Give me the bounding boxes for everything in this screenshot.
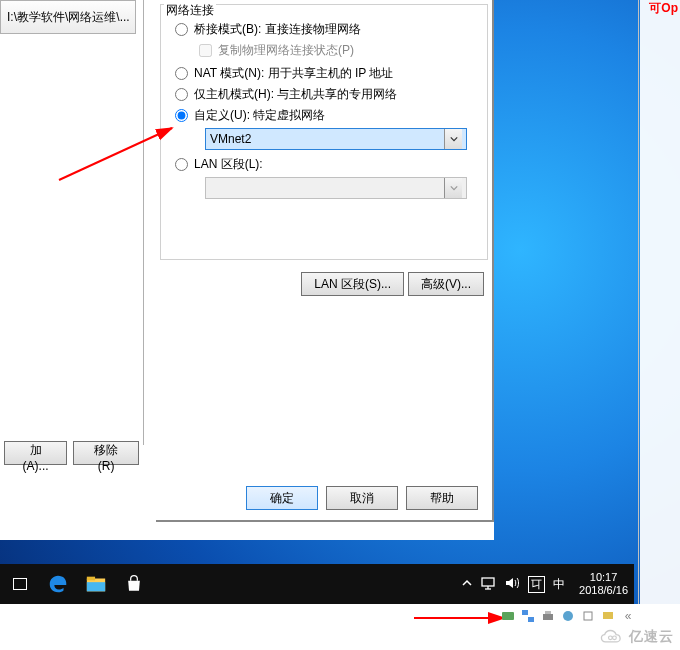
- radio-custom-label: 自定义(U): 特定虚拟网络: [194, 107, 325, 124]
- radio-bridge-input[interactable]: [175, 23, 188, 36]
- vm-disk-icon[interactable]: [500, 608, 516, 624]
- svg-point-13: [563, 611, 573, 621]
- ok-button[interactable]: 确定: [246, 486, 318, 510]
- radio-bridge-label: 桥接模式(B): 直接连接物理网络: [194, 21, 361, 38]
- radio-hostonly-label: 仅主机模式(H): 与主机共享的专用网络: [194, 86, 397, 103]
- svg-point-17: [613, 636, 617, 640]
- chevron-down-icon: [444, 178, 462, 198]
- network-tray-icon[interactable]: [480, 576, 496, 592]
- vm-tray-icons: «: [500, 608, 636, 624]
- svg-rect-9: [522, 610, 528, 615]
- watermark: 亿速云: [593, 624, 680, 650]
- help-button[interactable]: 帮助: [406, 486, 478, 510]
- svg-point-16: [609, 636, 613, 640]
- checkbox-replicate: 复制物理网络连接状态(P): [199, 42, 479, 59]
- network-connection-group: 网络连接 桥接模式(B): 直接连接物理网络 复制物理网络连接状态(P) NAT…: [160, 4, 488, 260]
- watermark-text: 亿速云: [629, 628, 674, 646]
- radio-hostonly-input[interactable]: [175, 88, 188, 101]
- checkbox-replicate-label: 复制物理网络连接状态(P): [218, 42, 354, 59]
- edge-browser-icon[interactable]: [44, 570, 72, 598]
- radio-custom[interactable]: 自定义(U): 特定虚拟网络: [175, 107, 479, 124]
- ime-indicator[interactable]: 㔿: [528, 576, 545, 593]
- remove-button[interactable]: 移除(R): [73, 441, 139, 465]
- clock-time: 10:17: [590, 571, 618, 584]
- vm-display-icon[interactable]: [600, 608, 616, 624]
- radio-hostonly[interactable]: 仅主机模式(H): 与主机共享的专用网络: [175, 86, 479, 103]
- groupbox-title: 网络连接: [164, 2, 216, 19]
- lan-segment-button[interactable]: LAN 区段(S)...: [301, 272, 404, 296]
- svg-rect-2: [87, 577, 95, 581]
- radio-nat-input[interactable]: [175, 67, 188, 80]
- vm-usb-icon[interactable]: [580, 608, 596, 624]
- outer-right-panel: 可Op: [640, 0, 680, 606]
- chevron-down-icon: [444, 129, 462, 149]
- cancel-button[interactable]: 取消: [326, 486, 398, 510]
- vm-sound-icon[interactable]: [560, 608, 576, 624]
- custom-vmnet-dropdown[interactable]: VMnet2: [205, 128, 467, 150]
- checkbox-replicate-input: [199, 44, 212, 57]
- cloud-icon: [599, 628, 625, 646]
- custom-vmnet-value: VMnet2: [210, 132, 251, 146]
- cropped-red-text: 可Op: [649, 0, 678, 17]
- radio-nat[interactable]: NAT 模式(N): 用于共享主机的 IP 地址: [175, 65, 479, 82]
- vm-more-icon[interactable]: «: [620, 608, 636, 624]
- svg-rect-8: [502, 612, 514, 620]
- ime-mode[interactable]: 中: [553, 576, 565, 593]
- lanseg-dropdown: [205, 177, 467, 199]
- volume-tray-icon[interactable]: [504, 576, 520, 592]
- svg-rect-12: [545, 611, 551, 614]
- store-icon[interactable]: [120, 570, 148, 598]
- radio-lanseg-input[interactable]: [175, 158, 188, 171]
- svg-rect-11: [543, 614, 553, 620]
- system-clock[interactable]: 10:17 2018/6/16: [579, 571, 628, 597]
- svg-rect-10: [528, 617, 534, 622]
- vm-printer-icon[interactable]: [540, 608, 556, 624]
- radio-lanseg-label: LAN 区段(L):: [194, 156, 263, 173]
- network-settings-dialog: 网络连接 桥接模式(B): 直接连接物理网络 复制物理网络连接状态(P) NAT…: [156, 0, 494, 522]
- task-view-icon[interactable]: [6, 570, 34, 598]
- tray-chevron-up-icon[interactable]: [462, 578, 472, 590]
- svg-rect-4: [482, 578, 494, 586]
- vertical-divider: [638, 0, 639, 606]
- radio-bridge[interactable]: 桥接模式(B): 直接连接物理网络: [175, 21, 479, 38]
- radio-nat-label: NAT 模式(N): 用于共享主机的 IP 地址: [194, 65, 393, 82]
- advanced-button[interactable]: 高级(V)...: [408, 272, 484, 296]
- folder-path-item[interactable]: I:\教学软件\网络运维\...: [0, 0, 136, 34]
- add-button[interactable]: 加(A)...: [4, 441, 67, 465]
- radio-custom-input[interactable]: [175, 109, 188, 122]
- windows-taskbar: 㔿 中 10:17 2018/6/16: [0, 564, 634, 604]
- svg-rect-3: [87, 582, 105, 591]
- svg-rect-15: [603, 612, 613, 619]
- clock-date: 2018/6/16: [579, 584, 628, 597]
- svg-rect-14: [584, 612, 592, 620]
- file-explorer-icon[interactable]: [82, 570, 110, 598]
- left-panel: I:\教学软件\网络运维\... 加(A)... 移除(R): [0, 0, 144, 445]
- vm-network-icon[interactable]: [520, 608, 536, 624]
- radio-lanseg[interactable]: LAN 区段(L):: [175, 156, 479, 173]
